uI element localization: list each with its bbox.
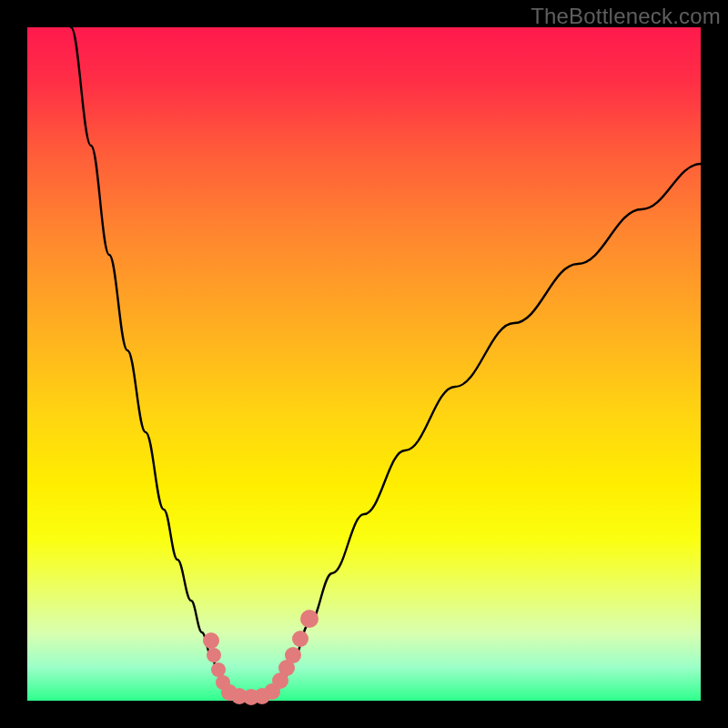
marker-dot <box>207 648 221 662</box>
curve-left-branch <box>71 27 233 697</box>
chart-container: TheBottleneck.com <box>0 0 728 728</box>
curve-right-branch <box>273 164 701 697</box>
watermark-text: TheBottleneck.com <box>531 4 721 29</box>
chart-svg <box>27 27 701 701</box>
plot-area <box>27 27 701 701</box>
marker-dot <box>203 632 219 649</box>
markers-group <box>203 610 318 705</box>
marker-dot <box>300 610 318 628</box>
marker-dot <box>292 631 308 647</box>
marker-dot <box>211 662 226 677</box>
marker-dot <box>285 647 301 663</box>
curves-group <box>71 27 701 697</box>
